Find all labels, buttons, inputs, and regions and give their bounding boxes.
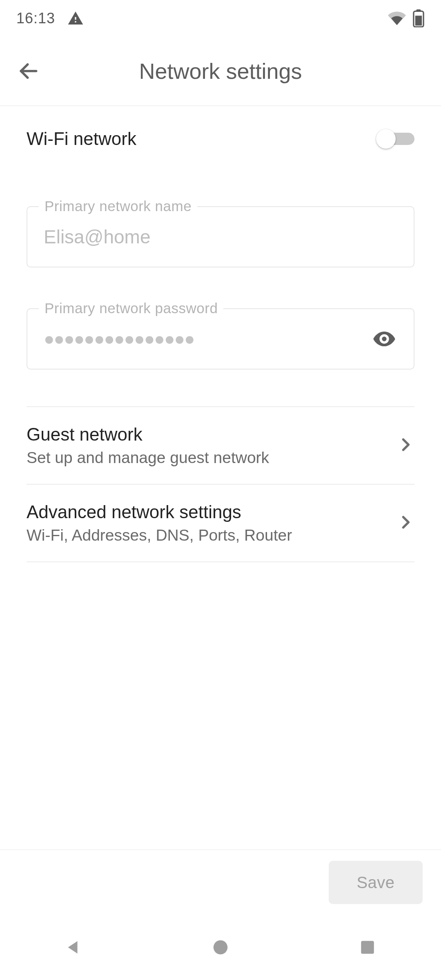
content: Wi-Fi network Primary network name Prima… (0, 106, 441, 562)
status-time: 16:13 (16, 10, 55, 27)
warning-icon (67, 10, 84, 27)
wifi-section-header: Wi-Fi network (0, 106, 441, 157)
nav-home-button[interactable] (196, 923, 245, 972)
advanced-settings-subtitle: Wi-Fi, Addresses, DNS, Ports, Router (27, 526, 292, 544)
eye-icon (372, 326, 397, 352)
nav-home-icon (211, 938, 230, 957)
svg-rect-2 (415, 16, 422, 25)
status-bar: 16:13 (0, 0, 441, 37)
status-left: 16:13 (16, 10, 84, 27)
battery-icon (412, 9, 425, 27)
svg-rect-6 (361, 941, 374, 954)
primary-name-label: Primary network name (39, 198, 197, 214)
wifi-fields: Primary network name Primary network pas… (0, 157, 441, 406)
guest-network-text: Guest network Set up and manage guest ne… (27, 424, 269, 467)
guest-network-subtitle: Set up and manage guest network (27, 449, 269, 467)
guest-network-title: Guest network (27, 424, 269, 445)
wifi-toggle[interactable] (377, 129, 414, 149)
save-button[interactable]: Save (329, 861, 423, 904)
wifi-section-title: Wi-Fi network (27, 129, 136, 149)
advanced-settings-text: Advanced network settings Wi-Fi, Address… (27, 502, 292, 544)
nav-recent-button[interactable] (343, 923, 392, 972)
chevron-right-icon (396, 513, 414, 533)
status-right (388, 9, 425, 27)
bottom-bar: Save (0, 849, 441, 915)
primary-password-input[interactable]: ●●●●●●●●●●●●●●● (44, 329, 194, 349)
show-password-button[interactable] (371, 326, 397, 352)
advanced-settings-item[interactable]: Advanced network settings Wi-Fi, Address… (0, 485, 441, 561)
guest-network-item[interactable]: Guest network Set up and manage guest ne… (0, 407, 441, 484)
app-bar: Network settings (0, 37, 441, 106)
primary-name-input[interactable] (44, 226, 397, 248)
advanced-settings-title: Advanced network settings (27, 502, 292, 522)
primary-password-label: Primary network password (39, 300, 223, 316)
svg-point-5 (214, 940, 228, 955)
svg-point-4 (382, 336, 386, 341)
wifi-toggle-thumb (376, 129, 396, 149)
divider (27, 561, 414, 562)
nav-recent-icon (359, 939, 376, 956)
primary-name-field: Primary network name (27, 206, 414, 267)
primary-password-box[interactable]: ●●●●●●●●●●●●●●● (27, 308, 414, 370)
primary-name-box[interactable] (27, 206, 414, 267)
system-nav-bar (0, 915, 441, 980)
nav-back-button[interactable] (49, 923, 98, 972)
primary-password-field: Primary network password ●●●●●●●●●●●●●●● (27, 308, 414, 370)
chevron-right-icon (396, 436, 414, 455)
wifi-icon (388, 9, 406, 27)
page-title: Network settings (12, 58, 429, 84)
nav-back-icon (64, 938, 83, 957)
